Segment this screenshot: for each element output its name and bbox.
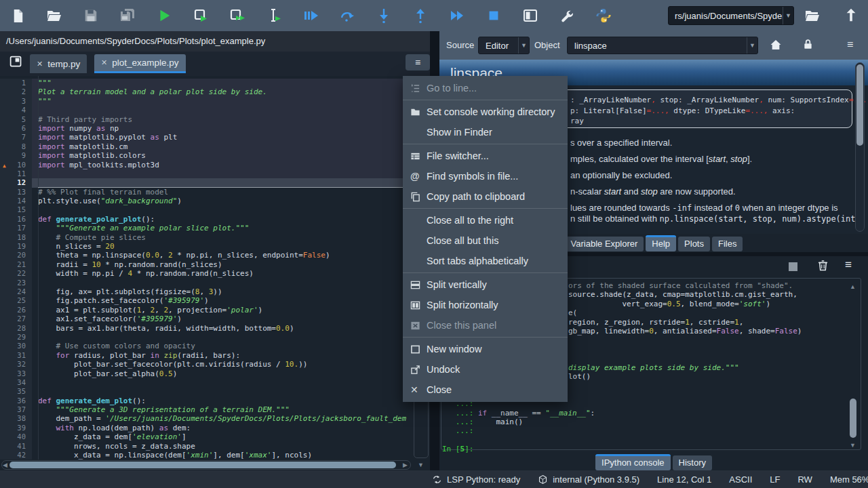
code-line-13[interactable]: 13# %% Plot final terrain model [0,188,412,197]
continue-button[interactable] [448,6,467,25]
parent-directory-button[interactable] [844,7,859,25]
tab-history[interactable]: History [673,455,712,470]
code-line-24[interactable]: 24 fig, ax= plt.subplots(figsize=(8, 3)) [0,287,412,296]
step-into-button[interactable] [374,6,393,25]
editor-tab-plot-example-py[interactable]: ✕plot_example.py [94,54,186,73]
chevron-down-icon[interactable]: ▼ [747,37,757,54]
preferences-button[interactable] [557,6,576,25]
status-ascii[interactable]: ASCII [729,474,752,485]
source-select[interactable]: Editor ▼ [478,37,530,54]
clear-console-button[interactable] [816,258,830,276]
status-mem-56[interactable]: Mem 56% [830,474,868,485]
editor-options-button[interactable]: ≡ [406,54,430,70]
run-file-button[interactable] [155,6,174,25]
code-line-23[interactable]: 23 [0,279,412,287]
code-line-8[interactable]: 8import matplotlib.cm [0,142,412,151]
code-line-27[interactable]: 27 ax1.set_facecolor('#395979') [0,314,412,323]
code-line-11[interactable]: 11 [0,169,412,178]
close-tab-icon[interactable]: ✕ [101,58,107,67]
code-line-41[interactable]: 41 nrows, ncols = z_data.shape [0,442,412,451]
tab-variable-explorer[interactable]: Variable Explorer [565,237,644,251]
editor-horizontal-scrollbar-thumb[interactable] [9,462,396,468]
code-line-14[interactable]: 14plt.style.use("dark_background") [0,197,412,205]
code-line-3[interactable]: 3""" [0,97,412,106]
code-line-6[interactable]: 6import numpy as np [0,124,412,133]
code-line-2[interactable]: 2Plot a terrain model and a polar plot s… [0,87,412,96]
chevron-down-icon[interactable]: ▼ [518,37,529,54]
menu-item-split-horizontally[interactable]: Split horizontally [403,295,568,315]
lock-button[interactable] [802,38,814,53]
menu-item-split-vertically[interactable]: Split vertically [403,274,568,295]
console-options-button[interactable]: ≡ [845,258,852,272]
menu-item-file-switcher[interactable]: File switcher... [403,146,568,166]
browse-tabs-button[interactable] [9,54,23,71]
open-file-button[interactable] [45,6,64,25]
status-line-12-col-1[interactable]: Line 12, Col 1 [657,474,711,485]
chevron-down-icon[interactable]: ▼ [783,7,793,24]
menu-item-find-symbols-in-file[interactable]: @Find symbols in file... [403,166,568,186]
code-line-7[interactable]: 7import matplotlib.pyplot as plt [0,133,412,142]
step-over-button[interactable] [338,6,357,25]
run-cell-advance-button[interactable] [228,6,247,25]
code-line-15[interactable]: 15 [0,205,412,214]
python-path-manager-button[interactable] [594,6,613,25]
menu-item-new-window[interactable]: New window [403,339,568,359]
code-editor[interactable]: 1"""2Plot a terrain model and a polar pl… [0,76,412,460]
step-return-button[interactable] [411,6,430,25]
menu-item-undock[interactable]: Undock [403,359,568,380]
working-directory-combobox[interactable]: rs/juanis/Documents/SpyderDocs ▼ [668,6,794,25]
close-tab-icon[interactable]: ✕ [37,60,43,68]
menu-item-show-in-finder[interactable]: Show in Finder [403,122,568,142]
menu-item-close-all-but-this[interactable]: Close all but this [403,230,568,251]
tab-plots[interactable]: Plots [678,237,710,251]
status-lsp-python-ready[interactable]: LSP Python: ready [432,474,520,485]
help-scrollbar-thumb[interactable] [856,64,863,146]
code-line-29[interactable]: 29 [0,333,412,342]
run-cell-button[interactable] [191,6,210,25]
menu-item-copy-path-to-clipboard[interactable]: Copy path to clipboard [403,186,568,207]
help-options-button[interactable]: ≡ [847,39,853,51]
code-line-19[interactable]: 19 n_slices = 20 [0,242,412,251]
code-line-4[interactable]: 4 [0,106,412,115]
code-line-10[interactable]: ▲10import mpl_toolkits.mplot3d [0,161,412,169]
code-line-18[interactable]: 18 # Compute pie slices [0,233,412,242]
code-line-31[interactable]: 31 for radius, plot_bar in zip(radii, ba… [0,351,412,360]
menu-item-close[interactable]: ✕Close [403,380,568,400]
menu-item-set-console-working-directory[interactable]: Set console working directory [403,102,568,122]
code-line-42[interactable]: 42 x_data = np.linspace(dem['xmin'], dem… [0,451,412,460]
code-line-30[interactable]: 30 # Use custom colors and opacity [0,342,412,350]
scroll-down-arrow-icon[interactable]: ▼ [418,460,424,470]
code-line-32[interactable]: 32 plot_bar.set_facecolor(plt.cm.viridis… [0,360,412,369]
code-line-36[interactable]: 36def generate_dem_plot(): [0,396,412,405]
console-scroll-up-icon[interactable]: ▲ [850,282,856,291]
debug-file-button[interactable] [301,6,320,25]
editor-tab-temp-py[interactable]: ✕temp.py [30,54,87,73]
code-line-22[interactable]: 22 width = np.pi / 4 * np.random.rand(n_… [0,269,412,278]
code-line-12[interactable]: 12 [0,178,412,187]
status-lf[interactable]: LF [770,474,780,485]
status-internal-python-3-9-5[interactable]: internal (Python 3.9.5) [538,474,639,485]
code-line-33[interactable]: 33 plot_bar.set_alpha(0.5) [0,369,412,378]
code-line-5[interactable]: 5# Third party imports [0,115,412,124]
scroll-right-arrow-icon[interactable]: ▶ [403,460,408,470]
console-scrollbar-thumb[interactable] [850,399,856,438]
tab-files[interactable]: Files [712,237,743,251]
code-line-9[interactable]: 9import matplotlib.colors [0,151,412,160]
code-line-1[interactable]: 1""" [0,79,412,87]
code-line-25[interactable]: 25 fig.patch.set_facecolor('#395979') [0,296,412,305]
tab-help[interactable]: Help [646,235,676,251]
menu-item-sort-tabs-alphabetically[interactable]: Sort tabs alphabetically [403,251,568,271]
home-button[interactable] [769,38,783,54]
code-line-35[interactable]: 35 [0,387,412,396]
code-line-16[interactable]: 16def generate_polar_plot(): [0,215,412,224]
stop-button[interactable] [484,6,503,25]
run-selection-button[interactable] [264,6,283,25]
console-scroll-down-icon[interactable]: ▼ [850,441,856,450]
code-line-17[interactable]: 17 """Generate an example polar slice pl… [0,224,412,232]
object-combobox[interactable]: linspace ▼ [567,37,758,54]
new-file-button[interactable] [8,6,27,25]
code-line-21[interactable]: 21 radii = 10 * np.random.rand(n_slices) [0,260,412,269]
code-line-34[interactable]: 34 [0,378,412,387]
maximize-pane-button[interactable] [521,6,540,25]
tab-ipython-console[interactable]: IPython console [595,454,671,470]
